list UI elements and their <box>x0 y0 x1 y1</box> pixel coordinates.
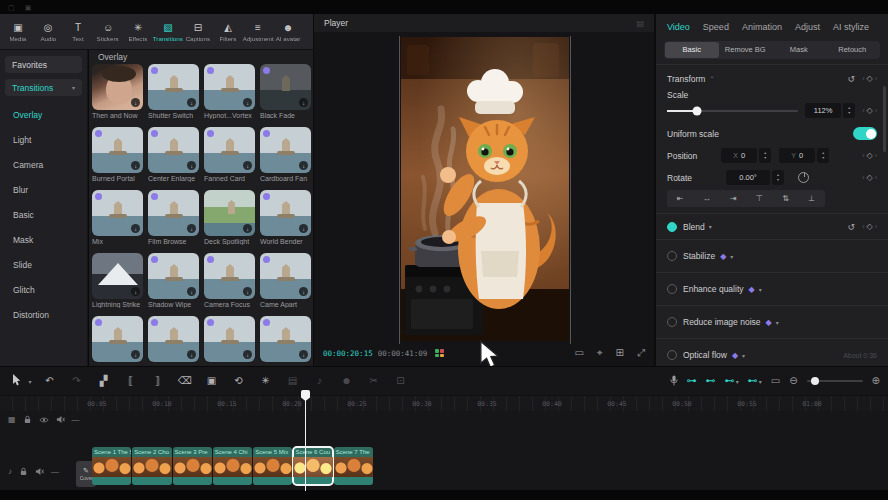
rotate-dial[interactable] <box>798 172 809 183</box>
timeline-clip[interactable]: Scene 5 Mix <box>253 447 292 485</box>
transition-item[interactable]: ↓Burned Portal <box>92 127 143 182</box>
mute-track-icon[interactable] <box>35 467 44 476</box>
track-menu-dash[interactable]: — <box>51 468 59 476</box>
redo-button[interactable]: ↷ <box>63 376 90 386</box>
tab-ai-stylize[interactable]: AI stylize <box>833 22 869 32</box>
mute-track-icon[interactable] <box>56 415 65 424</box>
toolbar-item-audio[interactable]: ◎Audio <box>33 22 63 42</box>
transition-item[interactable]: ↓Fanned Card <box>204 127 255 182</box>
render-indicator-icon[interactable] <box>435 349 444 357</box>
undo-button[interactable]: ↶ <box>36 376 63 386</box>
timeline-clip[interactable]: Scene 7 The <box>334 447 373 485</box>
smart-edit-tool[interactable]: ✳ <box>252 376 279 386</box>
preview-quality-icon[interactable]: ⌖ <box>597 348 603 358</box>
zoom-out-icon[interactable]: ⊖ <box>789 376 797 386</box>
transition-item[interactable]: ↓Cardboard Fan <box>260 127 311 182</box>
scale-stepper[interactable]: ▴▾ <box>843 103 855 118</box>
cut-tool[interactable]: ✂ <box>360 376 387 386</box>
rotate-stepper[interactable]: ▴▾ <box>772 170 784 185</box>
transition-item[interactable]: ↓Came Apart <box>260 253 311 308</box>
sidebar-favorites[interactable]: Favorites <box>5 56 82 73</box>
sidebar-item-glitch[interactable]: Glitch <box>0 277 87 302</box>
sidebar-item-slide[interactable]: Slide <box>0 252 87 277</box>
reverse-tool[interactable]: ⟲ <box>225 376 252 386</box>
transition-item[interactable]: ↓Then and Now <box>92 64 143 119</box>
chevron-down-icon[interactable]: ▾ <box>730 253 733 260</box>
ratio-icon[interactable]: ▭ <box>575 348 584 358</box>
sidebar-item-light[interactable]: Light <box>0 127 87 152</box>
scale-slider[interactable] <box>667 110 798 112</box>
align-left-icon[interactable]: ⇤ <box>677 194 684 203</box>
split-tool[interactable]: ▞ <box>90 376 117 386</box>
tab-animation[interactable]: Animation <box>742 22 782 32</box>
tab-adjust[interactable]: Adjust <box>795 22 820 32</box>
player-options-icon[interactable]: ▤ <box>636 19 644 28</box>
subtab-mask[interactable]: Mask <box>772 42 826 58</box>
lock-track-icon[interactable] <box>23 415 32 424</box>
zoom-in-icon[interactable]: ⊕ <box>872 376 880 386</box>
position-x-field[interactable]: X0 <box>721 148 757 163</box>
rotate-value-field[interactable]: 0.00° <box>726 170 770 185</box>
scale-slider-knob[interactable] <box>693 106 702 115</box>
position-y-stepper[interactable]: ▴▾ <box>817 148 829 163</box>
scale-value-field[interactable]: 112% <box>805 103 841 118</box>
chevron-down-icon[interactable]: ▾ <box>742 352 745 359</box>
transition-item[interactable]: ↓Shutter Switch <box>148 64 199 119</box>
delete-button[interactable]: ⌫ <box>171 376 198 386</box>
tab-video[interactable]: Video <box>667 22 690 32</box>
hide-track-icon[interactable] <box>39 416 49 424</box>
mirror-projection-icon[interactable]: ⊞ <box>616 348 624 358</box>
toolbar-item-media[interactable]: ▣Media <box>3 22 33 42</box>
toolbar-item-captions[interactable]: ⊟Captions <box>183 22 213 42</box>
scale-keyframe-control[interactable]: ‹◇› <box>862 106 877 115</box>
tab-speed[interactable]: Speed <box>703 22 729 32</box>
align-center-vertical-icon[interactable]: ⇅ <box>782 194 789 203</box>
transition-item[interactable]: ↓ <box>92 316 143 362</box>
align-right-icon[interactable]: ⇥ <box>730 194 737 203</box>
chevron-down-icon[interactable]: ▾ <box>709 223 712 230</box>
optical-flow-checkbox[interactable] <box>667 350 677 360</box>
timeline-clip[interactable]: Scene 1 The S <box>92 447 131 485</box>
rotate-keyframe-control[interactable]: ‹◇› <box>862 173 877 182</box>
timeline-zoom-slider[interactable] <box>807 380 863 382</box>
avatar-tool[interactable]: ☻ <box>333 376 360 386</box>
link-clips-icon[interactable]: ⊷ <box>706 376 716 386</box>
transition-item[interactable]: ↓Black Fade <box>260 64 311 119</box>
app-menu-icon[interactable]: ▢ <box>8 4 15 11</box>
transition-item[interactable]: ↓Mix <box>92 190 143 245</box>
stabilize-checkbox[interactable] <box>667 251 677 261</box>
subtab-retouch[interactable]: Retouch <box>826 42 880 58</box>
reduce-noise-checkbox[interactable] <box>667 317 677 327</box>
sidebar-group-transitions[interactable]: Transitions▾ <box>5 79 82 96</box>
transform-keyframe-control[interactable]: ‹◇› <box>862 74 877 83</box>
chevron-down-icon[interactable]: ▾ <box>759 286 762 293</box>
select-tool-caret[interactable]: ▾ <box>24 378 36 385</box>
fullscreen-icon[interactable]: ⤢ <box>637 348 645 358</box>
app-window-icon[interactable]: ▣ <box>25 4 32 11</box>
video-preview[interactable] <box>399 36 571 344</box>
transition-item[interactable]: ↓Shadow Wipe <box>148 253 199 308</box>
toolbar-item-filters[interactable]: ◭Filters <box>213 22 243 42</box>
track-menu-dash[interactable]: — <box>72 416 80 424</box>
sidebar-item-mask[interactable]: Mask <box>0 227 87 252</box>
tracks-tool[interactable]: ▤ <box>279 376 306 386</box>
zoom-slider-knob[interactable] <box>811 377 819 385</box>
record-voiceover-icon[interactable] <box>670 375 678 388</box>
transition-item[interactable]: ↓Lightning Strike <box>92 253 143 308</box>
transition-item[interactable]: ↓ <box>260 316 311 362</box>
transition-item[interactable]: ↓Film Browse <box>148 190 199 245</box>
sidebar-item-basic[interactable]: Basic <box>0 202 87 227</box>
audio-tool[interactable]: ♪ <box>306 376 333 386</box>
snap-toggle-icon[interactable]: ⊶ <box>687 376 697 386</box>
position-x-stepper[interactable]: ▴▾ <box>759 148 771 163</box>
uniform-scale-toggle[interactable] <box>853 127 877 140</box>
sidebar-item-camera[interactable]: Camera <box>0 152 87 177</box>
sidebar-item-blur[interactable]: Blur <box>0 177 87 202</box>
toolbar-item-adjustment[interactable]: ≡Adjustment <box>243 22 273 42</box>
preview-snap-icon[interactable]: ⊷▾ <box>725 376 739 386</box>
blend-keyframe-control[interactable]: ‹◇› <box>862 222 877 231</box>
align-top-icon[interactable]: ⊤ <box>756 194 763 203</box>
align-center-horizontal-icon[interactable]: ↔ <box>703 194 711 203</box>
transition-item[interactable]: ↓Center Enlarge <box>148 127 199 182</box>
blend-checkbox[interactable] <box>667 222 677 232</box>
